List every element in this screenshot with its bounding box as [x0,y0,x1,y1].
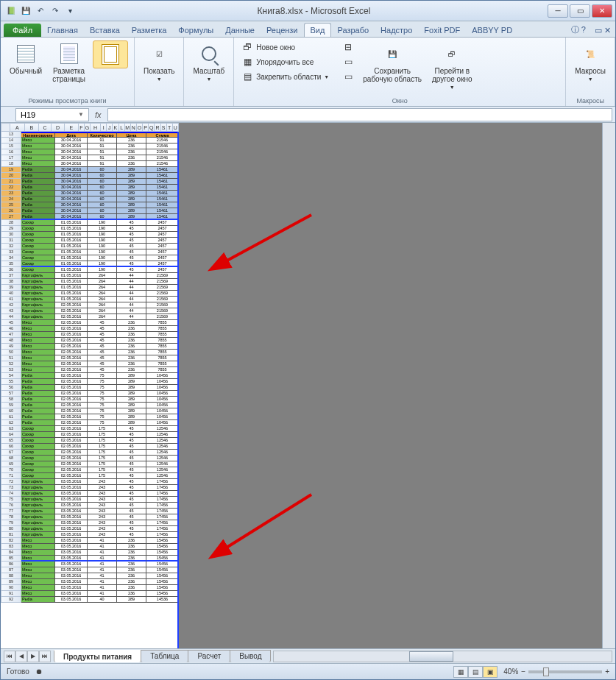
row-header[interactable]: 45 [1,320,21,326]
cell[interactable]: 2457 [146,267,179,273]
cell[interactable]: 190 [88,232,117,238]
cell[interactable]: 60 [88,191,117,196]
cell[interactable]: Мясо [21,138,55,144]
cell[interactable]: 17456 [146,503,179,509]
cell[interactable]: 12546 [146,461,179,467]
table-row[interactable]: 22Рыба30.04.20166028915461 [1,185,179,191]
cell[interactable]: Сахар [21,467,55,473]
cell[interactable]: 289 [117,414,146,420]
tab-nav-last[interactable]: ⏭ [39,651,51,662]
cell[interactable]: 03.05.2016 [55,573,88,579]
row-header[interactable]: 23 [1,191,21,196]
table-row[interactable]: 67Сахар02.05.20161754512546 [1,450,179,456]
row-header[interactable]: 57 [1,391,21,397]
cell[interactable]: 01.05.2016 [55,220,88,226]
table-row[interactable]: 92Рыба03.05.20164028914536 [1,597,179,603]
sheet-tab[interactable]: Вывод [230,650,271,662]
cell[interactable]: 236 [117,567,146,573]
table-row[interactable]: 53Мясо02.05.2016452367855 [1,367,179,373]
table-row[interactable]: 79Картофель03.05.20162434517456 [1,520,179,526]
cell[interactable]: 17456 [146,520,179,526]
column-header-T[interactable]: T [167,123,173,132]
cell[interactable]: 236 [117,144,146,149]
row-header[interactable]: 65 [1,438,21,444]
table-row[interactable]: 46Мясо02.05.2016452367855 [1,326,179,332]
cell[interactable]: 12546 [146,438,179,444]
column-header-L[interactable]: L [119,123,125,132]
cell[interactable]: 03.05.2016 [55,585,88,591]
cell[interactable]: 02.05.2016 [55,426,88,432]
cell[interactable]: 45 [117,467,146,473]
cell[interactable]: 60 [88,179,117,185]
cell[interactable]: Рыба [21,196,55,202]
cell[interactable]: 10456 [146,385,179,391]
row-header[interactable]: 80 [1,526,21,532]
cell[interactable]: 243 [88,479,117,485]
cell[interactable]: 236 [117,591,146,597]
cell[interactable]: 01.05.2016 [55,279,88,285]
cell[interactable]: 02.05.2016 [55,338,88,344]
cell[interactable]: Мясо [21,355,55,361]
cell[interactable]: 60 [88,185,117,191]
sheet-tab[interactable]: Расчет [188,650,230,662]
column-header-U[interactable]: U [173,123,179,132]
table-row[interactable]: 73Картофель03.05.20162434517456 [1,485,179,491]
header-cell[interactable]: Дата [55,132,88,138]
cell[interactable]: 60 [88,208,117,214]
cell[interactable]: Мясо [21,344,55,350]
table-row[interactable]: 68Сахар02.05.20161754512546 [1,456,179,461]
row-header[interactable]: 60 [1,408,21,414]
cell[interactable]: 175 [88,473,117,479]
column-header-H[interactable]: H [91,123,101,132]
table-row[interactable]: 24Рыба30.04.20166028915461 [1,196,179,202]
table-row[interactable]: 89Мясо03.05.20164123615456 [1,579,179,585]
cell[interactable]: 243 [88,503,117,509]
cell[interactable]: 175 [88,432,117,438]
cell[interactable]: 21569 [146,273,179,279]
cell[interactable]: 45 [117,238,146,244]
row-header[interactable]: 52 [1,361,21,367]
table-row[interactable]: 41Картофель01.05.20162644421569 [1,297,179,302]
cell[interactable]: 44 [117,291,146,297]
cell[interactable]: Картофель [21,302,55,308]
cell[interactable]: 21569 [146,308,179,314]
table-row[interactable]: 70Сахар02.05.20161754512546 [1,467,179,473]
column-header-Q[interactable]: Q [149,123,155,132]
cell[interactable]: 02.05.2016 [55,438,88,444]
table-row[interactable]: 30Сахар01.05.2016190452457 [1,232,179,238]
cell[interactable]: 30.04.2016 [55,208,88,214]
cell[interactable]: Картофель [21,273,55,279]
column-header-D[interactable]: D [52,123,64,132]
cell[interactable]: 45 [88,350,117,355]
row-header[interactable]: 39 [1,285,21,291]
freeze-panes-button[interactable]: ▤Закрепить области ▼ [240,70,330,83]
column-header-J[interactable]: J [107,123,113,132]
status-view-layout[interactable]: ▤ [468,666,483,678]
row-header[interactable]: 92 [1,597,21,603]
cell[interactable]: 2457 [146,238,179,244]
table-row[interactable]: 57Рыба02.05.20167528910456 [1,391,179,397]
cell[interactable]: 7855 [146,344,179,350]
cell[interactable]: 236 [117,361,146,367]
cell[interactable]: 01.05.2016 [55,238,88,244]
row-header[interactable]: 46 [1,326,21,332]
row-header[interactable]: 42 [1,302,21,308]
row-header[interactable]: 13 [1,132,21,138]
cell[interactable]: Мясо [21,350,55,355]
cell[interactable]: Рыба [21,185,55,191]
cell[interactable]: 45 [117,450,146,456]
cell[interactable]: 45 [117,267,146,273]
cell[interactable]: 7855 [146,355,179,361]
cell[interactable]: 15461 [146,179,179,185]
cell[interactable]: Сахар [21,255,55,261]
close-button[interactable]: ✕ [592,4,612,18]
cell[interactable]: 75 [88,420,117,426]
cell[interactable]: Рыба [21,167,55,173]
cell[interactable]: 236 [117,344,146,350]
row-header[interactable]: 40 [1,291,21,297]
table-row[interactable]: 49Мясо02.05.2016452367855 [1,344,179,350]
cell[interactable]: 15456 [146,573,179,579]
cell[interactable]: Мясо [21,326,55,332]
horizontal-scrollbar-thumb[interactable] [409,651,453,662]
row-header[interactable]: 88 [1,573,21,579]
